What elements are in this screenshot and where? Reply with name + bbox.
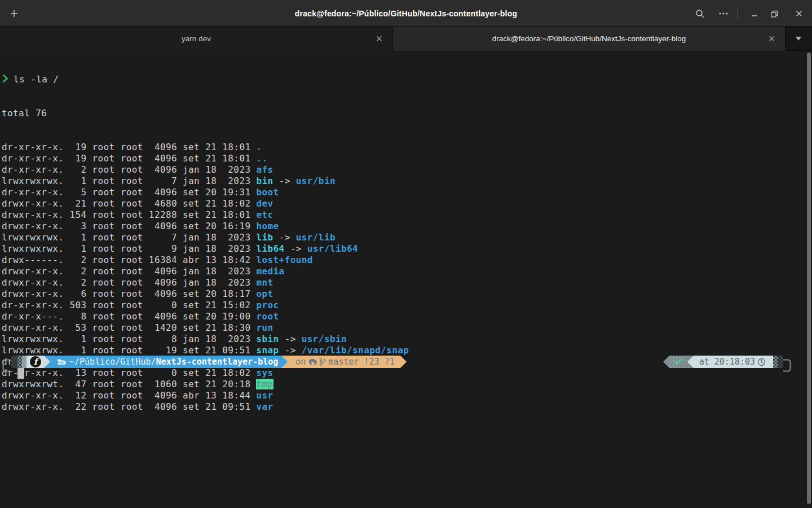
tab-bar: yarn dev drack@fedora:~/Público/GitHub/N…: [0, 27, 812, 51]
file-meta: drwxr-xr-x. 2 root root 4096 jan 18 2023: [2, 277, 256, 288]
path-segment: ~/Público/GitHub/NextJs-contentlayer-blo…: [50, 356, 281, 368]
terminal-viewport[interactable]: ls -la / total 76 dr-xr-xr-x. 19 root ro…: [0, 51, 812, 507]
minimize-button[interactable]: [747, 6, 762, 21]
new-tab-button[interactable]: [7, 6, 21, 21]
close-icon: [795, 10, 803, 17]
window-title: drack@fedora:~/Público/GitHub/NextJs-con…: [0, 0, 812, 27]
file-row: lrwxrwxrwx. 1 root root 7 jan 18 2023 li…: [2, 232, 409, 243]
file-name: afs: [256, 164, 273, 175]
clock-icon: [757, 358, 766, 366]
segment-arrow: [44, 356, 50, 368]
file-row: drwxr-xr-x. 2 root root 4096 jan 18 2023…: [2, 277, 409, 288]
file-meta: dr-xr-x---. 8 root root 4096 set 20 19:0…: [2, 311, 256, 322]
file-meta: lrwxrwxrwx. 1 root root 8 jan 18 2023: [2, 334, 256, 344]
file-name: usr: [256, 390, 273, 401]
file-name: snap: [256, 345, 279, 356]
file-meta: drwxr-xr-x. 12 root root 4096 abr 13 18:…: [2, 390, 256, 401]
close-icon: [376, 36, 382, 42]
symlink-arrow: ->: [279, 334, 302, 344]
file-meta: dr-xr-xr-x. 19 root root 4096 set 21 18:…: [2, 153, 256, 164]
file-row: drwxrwxrwt. 47 root root 1060 set 21 20:…: [2, 379, 409, 390]
time-segment: at 20:18:03: [694, 356, 770, 368]
git-branch-icon: [319, 358, 326, 366]
menu-button[interactable]: [716, 6, 731, 21]
restore-button[interactable]: [767, 6, 782, 21]
file-meta: dr-xr-xr-x. 19 root root 4096 set 21 18:…: [2, 142, 256, 152]
fedora-logo-icon: f: [30, 356, 41, 367]
file-row: dr-xr-x---. 8 root root 4096 set 20 19:0…: [2, 311, 409, 322]
tab-close-button[interactable]: [373, 32, 386, 45]
symlink-arrow: ->: [279, 345, 302, 356]
symlink-target: /var/lib/snapd/snap: [302, 345, 409, 356]
file-meta: dr-xr-xr-x. 503 root root 0 set 21 15:02: [2, 300, 256, 310]
close-icon: [769, 36, 775, 42]
git-modified-count: !23: [364, 356, 379, 368]
tab-close-button[interactable]: [765, 32, 778, 45]
terminal-window: drack@fedora:~/Público/GitHub/NextJs-con…: [0, 0, 812, 508]
symlink-arrow: ->: [273, 176, 296, 186]
search-icon: [695, 9, 705, 19]
command-text: ls -la /: [14, 74, 59, 85]
file-row: dr-xr-xr-x. 2 root root 4096 jan 18 2023…: [2, 164, 409, 176]
symlink-arrow: ->: [273, 232, 296, 243]
file-meta: lrwxrwxrwx. 1 root root 7 jan 18 2023: [2, 232, 256, 243]
file-meta: drwxr-xr-x. 2 root root 4096 jan 18 2023: [2, 266, 256, 277]
octocat-icon: [308, 358, 317, 366]
status-segment: [669, 356, 687, 368]
tab-list-dropdown-button[interactable]: [785, 27, 811, 51]
symlink-target: usr/bin: [296, 176, 336, 186]
tab-label: yarn dev: [182, 34, 211, 43]
file-row: lrwxrwxrwx. 1 root root 7 jan 18 2023 bi…: [2, 176, 409, 187]
file-meta: drwxr-xr-x. 6 root root 4096 set 20 18:1…: [2, 288, 256, 299]
segment-arrow: [400, 356, 407, 368]
file-row: drwxr-xr-x. 3 root root 4096 set 20 16:1…: [2, 221, 409, 232]
file-meta: dr-xr-xr-x. 2 root root 4096 jan 18 2023: [2, 164, 256, 175]
scrollbar[interactable]: [806, 51, 812, 507]
close-button[interactable]: [792, 6, 806, 21]
file-name: run: [256, 322, 273, 333]
tab-active-session[interactable]: drack@fedora:~/Público/GitHub/NextJs-con…: [393, 27, 785, 51]
file-row: drwx------. 2 root root 16384 abr 13 18:…: [2, 255, 409, 266]
file-meta: lrwxrwxrwx. 1 root root 7 jan 18 2023: [2, 176, 256, 186]
time-at-label: at: [699, 356, 709, 368]
total-line: total 76: [2, 108, 409, 119]
powerline-prompt: f ~/Público/GitHub/NextJs-contentlayer-b…: [0, 356, 812, 380]
segment-arrow: [687, 356, 694, 368]
tab-label: drack@fedora:~/Público/GitHub/NextJs-con…: [492, 34, 686, 43]
file-row: drwxr-xr-x. 12 root root 4096 abr 13 18:…: [2, 390, 409, 401]
gradient-block: [17, 356, 22, 368]
file-row: dr-xr-xr-x. 19 root root 4096 set 21 18:…: [2, 142, 409, 153]
time-value: 20:18:03: [714, 356, 755, 368]
file-row: lrwxrwxrwx. 1 root root 19 set 21 09:51 …: [2, 345, 409, 356]
plus-icon: [10, 9, 19, 18]
scrollbar-thumb[interactable]: [807, 52, 811, 504]
file-row: lrwxrwxrwx. 1 root root 8 jan 18 2023 sb…: [2, 334, 409, 345]
gradient-block: [11, 356, 17, 368]
file-name: etc: [256, 209, 273, 220]
file-meta: dr-xr-xr-x. 5 root root 4096 set 20 19:3…: [2, 187, 256, 198]
git-untracked-count: ?1: [385, 356, 395, 368]
segment-arrow: [663, 356, 669, 368]
file-name: .: [256, 142, 262, 152]
symlink-target: usr/lib: [296, 232, 336, 243]
titlebar: drack@fedora:~/Público/GitHub/NextJs-con…: [0, 0, 812, 27]
open-folder-icon: [57, 358, 67, 366]
file-name: home: [256, 221, 279, 231]
file-row: drwxr-xr-x. 22 root root 4096 set 21 09:…: [2, 401, 409, 413]
search-button[interactable]: [692, 6, 707, 21]
file-name: root: [256, 311, 279, 322]
symlink-arrow: ->: [285, 243, 307, 254]
gradient-block: [22, 356, 27, 368]
file-name: ..: [256, 153, 267, 164]
file-name: bin: [256, 176, 273, 186]
file-name: var: [256, 401, 273, 412]
file-name: sbin: [256, 334, 279, 344]
file-name: lib: [256, 232, 273, 243]
file-meta: lrwxrwxrwx. 1 root root 9 jan 18 2023: [2, 243, 256, 254]
tab-yarn-dev[interactable]: yarn dev: [0, 27, 393, 51]
file-row: drwxr-xr-x. 53 root root 1420 set 21 18:…: [2, 322, 409, 334]
file-meta: drwxr-xr-x. 21 root root 4680 set 21 18:…: [2, 198, 256, 209]
git-branch-name: master: [328, 356, 359, 368]
file-name: mnt: [256, 277, 273, 288]
terminal-cursor: [17, 368, 24, 379]
